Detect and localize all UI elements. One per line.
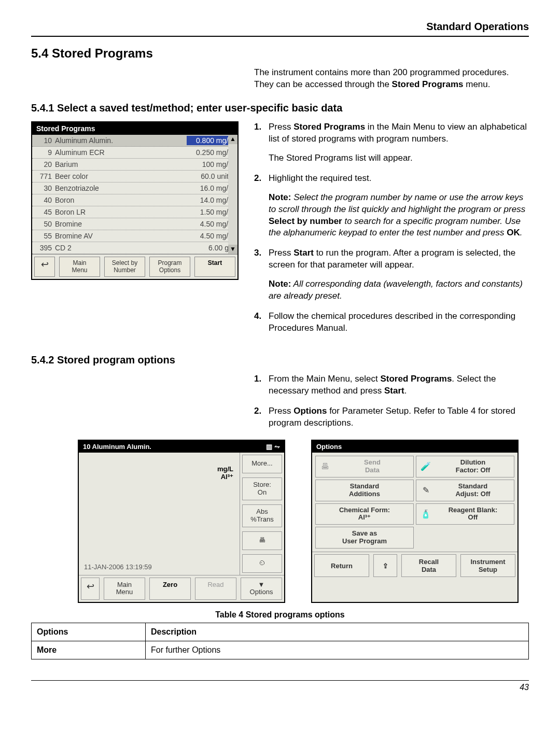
- table-caption: Table 4 Stored programs options: [31, 610, 529, 620]
- back-button[interactable]: ↩: [34, 257, 55, 277]
- program-name: Beer color: [55, 172, 187, 180]
- pencil-icon: ✎: [419, 485, 432, 495]
- options-table: Options Description More For further Opt…: [31, 623, 529, 659]
- program-row[interactable]: 20Barium100 mg/L: [32, 159, 237, 171]
- options-panel: Options 🖶Send Data 🧪Dilution Factor: Off…: [311, 440, 519, 603]
- read-button[interactable]: Read: [195, 578, 236, 600]
- note: Note: Select the program number by name …: [269, 192, 525, 238]
- program-row[interactable]: 771Beer color60.0 units: [32, 171, 237, 182]
- standard-adjust-button[interactable]: ✎Standard Adjust: Off: [416, 480, 514, 501]
- step-text: Press: [269, 248, 293, 258]
- intro-bold: Stored Programs: [392, 79, 464, 89]
- program-row[interactable]: 45Boron LR1.50 mg/L: [32, 206, 237, 218]
- print-icon[interactable]: 🖶: [242, 531, 282, 550]
- program-row[interactable]: 55Bromine AV4.50 mg/L: [32, 230, 237, 242]
- program-name: Boron: [55, 196, 187, 204]
- step-text: .: [404, 386, 407, 396]
- scroll-down-icon[interactable]: ▼: [228, 245, 237, 254]
- start-button[interactable]: Start: [194, 257, 235, 277]
- step-num: 1.: [254, 373, 269, 397]
- program-name: Aluminum Alumin.: [55, 136, 187, 145]
- step-num: 2.: [254, 405, 269, 429]
- step-num: 4.: [254, 311, 269, 334]
- note: Note: All corresponding data (wavelength…: [269, 279, 523, 301]
- back-button[interactable]: ↩: [81, 578, 100, 600]
- empty-cell: [416, 527, 514, 547]
- option-label: Standard Additions: [319, 483, 410, 498]
- scroll-up-icon[interactable]: ▲: [228, 135, 237, 144]
- scrollbar[interactable]: ▲ ▼: [228, 135, 237, 254]
- dilution-factor-button[interactable]: 🧪Dilution Factor: Off: [416, 456, 514, 477]
- standard-additions-button[interactable]: Standard Additions: [315, 480, 414, 501]
- stored-programs-panel: Stored Programs 10 Aluminum Alumin. 0.80…: [31, 121, 239, 280]
- program-row[interactable]: 30Benzotriazole16.0 mg/L: [32, 182, 237, 194]
- abs-trans-button[interactable]: Abs %Trans: [242, 504, 282, 527]
- section-intro: The instrument contains more than 200 pr…: [254, 67, 529, 91]
- table-row: More For further Options: [32, 641, 529, 659]
- reading-title: 10 Aluminum Alumin.: [83, 443, 151, 451]
- page-section-header: Standard Operations: [31, 21, 529, 37]
- step-bold: Options: [293, 406, 327, 416]
- step-body: From the Main Menu, select Stored Progra…: [269, 373, 529, 397]
- timer-icon[interactable]: ⏲: [242, 554, 282, 573]
- section-title: 5.4 Stored Programs: [31, 46, 529, 61]
- program-options-button[interactable]: Program Options: [149, 257, 190, 277]
- program-row[interactable]: 395CD 26.00 g/l: [32, 242, 237, 254]
- note-bold: Select by number: [269, 216, 342, 226]
- program-number: 10: [35, 136, 55, 145]
- select-by-number-button[interactable]: Select by Number: [104, 257, 145, 277]
- step-num: 2.: [254, 173, 269, 240]
- options-button[interactable]: ▼ Options: [241, 578, 282, 600]
- option-label: Send Data: [334, 459, 410, 474]
- program-value: 6.00 g/l: [187, 243, 234, 252]
- option-label: Reagent Blank: Off: [435, 507, 511, 522]
- table-cell: More: [32, 641, 146, 659]
- share-button[interactable]: ⇪: [373, 554, 397, 577]
- program-row[interactable]: 9Aluminum ECR0.250 mg/L: [32, 147, 237, 159]
- reading-screen-panel: 10 Aluminum Alumin. ▥ ⥊ mg/L Al³⁺ 11-JAN…: [78, 440, 285, 603]
- chemical-form-button[interactable]: Chemical Form: Al³⁺: [315, 503, 414, 525]
- program-row[interactable]: 10 Aluminum Alumin. 0.800 mg/L: [32, 135, 237, 147]
- program-name: Bromine AV: [55, 232, 187, 240]
- program-value: 16.0 mg/L: [187, 184, 234, 193]
- main-menu-button[interactable]: Main Menu: [59, 257, 100, 277]
- send-data-button[interactable]: 🖶Send Data: [315, 456, 414, 477]
- program-value: 60.0 units: [187, 172, 234, 181]
- store-button[interactable]: Store: On: [242, 477, 282, 500]
- options-title: Options: [316, 443, 342, 451]
- note-text: All corresponding data (wavelength, fact…: [269, 279, 523, 301]
- step-text: The Stored Programs list will appear.: [269, 153, 413, 163]
- program-row[interactable]: 50Bromine4.50 mg/L: [32, 218, 237, 230]
- program-value: 0.250 mg/L: [187, 148, 234, 157]
- program-name: Barium: [55, 160, 187, 168]
- main-menu-button[interactable]: Main Menu: [104, 578, 145, 600]
- step-text: Highlight the required test.: [269, 173, 371, 183]
- battery-icon: ▥ ⥊: [266, 443, 280, 451]
- note-label: Note:: [269, 279, 291, 289]
- step-bold: Stored Programs: [380, 374, 452, 384]
- program-number: 771: [35, 172, 55, 180]
- step-num: 3.: [254, 247, 269, 302]
- recall-data-button[interactable]: Recall Data: [401, 554, 456, 577]
- program-row[interactable]: 40Boron14.0 mg/L: [32, 194, 237, 206]
- return-button[interactable]: Return: [314, 554, 369, 577]
- more-button[interactable]: More...: [242, 455, 282, 473]
- intro-tail: menu.: [464, 79, 491, 89]
- instrument-setup-button[interactable]: Instrument Setup: [460, 554, 515, 577]
- program-name: Boron LR: [55, 208, 187, 216]
- zero-button[interactable]: Zero: [149, 578, 191, 600]
- option-label: Dilution Factor: Off: [435, 459, 511, 474]
- unit-mgL: mg/L: [217, 465, 233, 473]
- timestamp: 11-JAN-2006 13:19:59: [84, 563, 152, 571]
- reagent-blank-button[interactable]: 🧴Reagent Blank: Off: [416, 503, 514, 525]
- save-user-program-button[interactable]: Save as User Program: [315, 527, 414, 549]
- step-bold: Stored Programs: [293, 122, 365, 132]
- step-text: Press: [269, 122, 293, 132]
- step-text: Follow the chemical procedures described…: [269, 311, 515, 333]
- program-number: 50: [35, 220, 55, 228]
- note-bold: OK: [507, 228, 520, 237]
- program-value: 4.50 mg/L: [187, 219, 234, 229]
- option-label: Save as User Program: [319, 530, 410, 545]
- step-bold: Start: [384, 386, 404, 396]
- step-num: 1.: [254, 121, 269, 164]
